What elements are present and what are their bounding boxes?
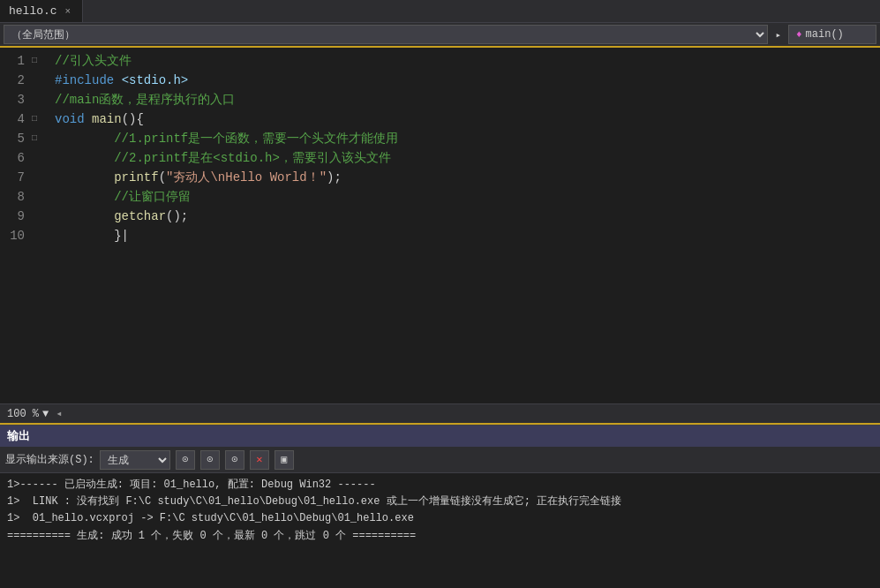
tab-close-button[interactable]: ×: [63, 5, 74, 18]
normal-token: ();: [166, 209, 188, 223]
comment-token: //main函数，是程序执行的入口: [55, 93, 235, 107]
scope-bar: （全局范围） ▸ ♦ main(): [0, 23, 880, 48]
output-header-label: 输出: [7, 428, 30, 444]
zoom-bar: 100 % ▼ ◂: [0, 403, 880, 425]
line-number: 1: [0, 51, 32, 71]
output-btn5[interactable]: ▣: [275, 450, 294, 470]
comment-token: //2.printf是在<stdio.h>，需要引入该头文件: [114, 151, 391, 165]
normal-token: [55, 190, 114, 204]
method-select[interactable]: ♦ main(): [788, 25, 876, 44]
code-content[interactable]: }|: [55, 226, 880, 245]
code-line: 10 }|: [0, 226, 880, 245]
code-content[interactable]: //2.printf是在<stdio.h>，需要引入该头文件: [55, 148, 880, 168]
code-content[interactable]: //1.printf是一个函数，需要一个头文件才能使用: [55, 129, 880, 148]
func-token: getchar: [114, 209, 166, 223]
code-content[interactable]: //引入头文件: [55, 51, 880, 71]
line-number: 5: [0, 129, 32, 148]
output-line: 1>------ 已启动生成: 项目: 01_hello, 配置: Debug …: [7, 477, 873, 494]
normal-token: [55, 170, 114, 185]
code-content[interactable]: void main(){: [55, 109, 880, 129]
normal-token: (){: [122, 112, 144, 126]
output-source-select[interactable]: 生成: [100, 450, 170, 470]
code-line: 2#include <stdio.h>: [0, 71, 880, 90]
tab-bar: hello.c ×: [0, 0, 880, 23]
fold-button[interactable]: □: [32, 109, 46, 129]
code-line: 6 //2.printf是在<stdio.h>，需要引入该头文件: [0, 148, 880, 168]
method-icon: ♦: [796, 29, 802, 40]
zoom-label: 100 %: [7, 408, 39, 420]
code-content[interactable]: #include <stdio.h>: [55, 71, 880, 90]
func-token: main: [92, 112, 122, 126]
fold-button[interactable]: □: [32, 129, 46, 148]
output-btn1[interactable]: ⊙: [176, 450, 195, 470]
editor-spacer: [0, 249, 880, 403]
output-line: 1> 01_hello.vcxproj -> F:\C study\C\01_h…: [7, 510, 873, 527]
code-content[interactable]: printf("夯动人\nHello World！");: [55, 168, 880, 187]
code-content[interactable]: getchar();: [55, 207, 880, 226]
file-tab[interactable]: hello.c ×: [0, 0, 83, 22]
output-header: 输出: [0, 426, 880, 447]
normal-token: );: [327, 170, 342, 185]
code-line: 5□ //1.printf是一个函数，需要一个头文件才能使用: [0, 129, 880, 148]
output-line: ========== 生成: 成功 1 个，失败 0 个，最新 0 个，跳过 0…: [7, 528, 873, 545]
keyword-token: #include: [55, 73, 114, 87]
output-content: 1>------ 已启动生成: 项目: 01_hello, 配置: Debug …: [0, 473, 880, 588]
code-line: 9 getchar();: [0, 207, 880, 226]
comment-token: //引入头文件: [55, 54, 132, 68]
line-number: 4: [0, 109, 32, 129]
normal-token: (: [159, 170, 166, 185]
comment-token: //让窗口停留: [114, 190, 191, 204]
keyword-token: void: [55, 112, 85, 126]
header-token: <stdio.h>: [122, 73, 189, 87]
fold-button[interactable]: □: [32, 51, 46, 71]
code-content[interactable]: //main函数，是程序执行的入口: [55, 90, 880, 109]
normal-token: [55, 132, 114, 146]
tab-filename: hello.c: [9, 4, 57, 18]
line-number: 8: [0, 187, 32, 207]
line-number: 9: [0, 207, 32, 226]
output-toolbar: 显示输出来源(S): 生成 ⊙ ⊙ ⊙ ✕ ▣: [0, 447, 880, 473]
zoom-scroll-left[interactable]: ◂: [56, 407, 62, 420]
code-line: 3//main函数，是程序执行的入口: [0, 90, 880, 109]
line-number: 7: [0, 168, 32, 187]
output-source-label: 显示输出来源(S):: [5, 452, 94, 467]
func-token: printf: [114, 170, 158, 185]
output-line: 1> LINK : 没有找到 F:\C study\C\01_hello\Deb…: [7, 494, 873, 510]
output-btn3[interactable]: ⊙: [225, 450, 244, 470]
comment-token: //1.printf是一个函数，需要一个头文件才能使用: [114, 132, 398, 146]
editor-area[interactable]: 1□//引入头文件2#include <stdio.h>3//main函数，是程…: [0, 48, 880, 403]
zoom-arrow: ▼: [42, 408, 49, 420]
code-line: 1□//引入头文件: [0, 51, 880, 71]
line-number: 6: [0, 148, 32, 168]
output-btn4[interactable]: ✕: [250, 450, 269, 470]
output-panel: 输出 显示输出来源(S): 生成 ⊙ ⊙ ⊙ ✕ ▣ 1>------ 已启动生…: [0, 425, 880, 588]
scope-select[interactable]: （全局范围）: [4, 25, 768, 44]
scope-separator: ▸: [771, 29, 785, 41]
line-number: 10: [0, 226, 32, 245]
normal-token: [55, 209, 114, 223]
code-line: 8 //让窗口停留: [0, 187, 880, 207]
normal-token: [85, 112, 92, 126]
code-container: 1□//引入头文件2#include <stdio.h>3//main函数，是程…: [0, 48, 880, 249]
normal-token: [114, 73, 121, 87]
method-label: main(): [806, 28, 844, 41]
line-number: 3: [0, 90, 32, 109]
code-content[interactable]: //让窗口停留: [55, 187, 880, 207]
code-line: 7 printf("夯动人\nHello World！");: [0, 168, 880, 187]
normal-token: [55, 151, 114, 165]
normal-token: }|: [55, 229, 129, 243]
line-number: 2: [0, 71, 32, 90]
string-token: "夯动人\nHello World！": [166, 170, 327, 185]
code-line: 4□void main(){: [0, 109, 880, 129]
output-btn2[interactable]: ⊙: [200, 450, 220, 470]
